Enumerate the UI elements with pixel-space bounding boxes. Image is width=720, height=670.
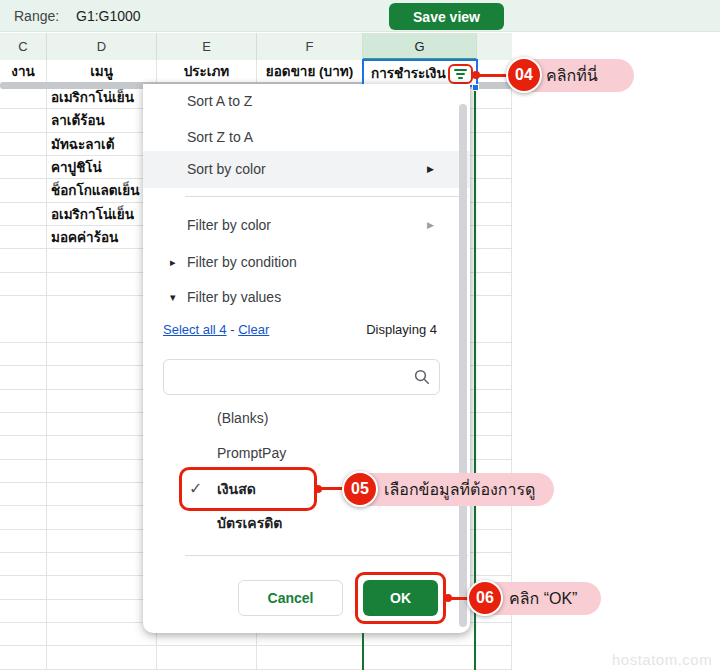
annotation-highlight-box-value xyxy=(179,467,317,511)
cell-d5[interactable]: คาปูชิโน่ xyxy=(51,156,155,179)
menu-item-sort-a-to-z[interactable]: Sort A to Z xyxy=(143,86,470,116)
cell-d6[interactable]: ช็อกโกแลตเย็น xyxy=(51,179,155,202)
menu-item-sort-by-color[interactable]: Sort by color ▶ xyxy=(143,151,470,188)
cell-selection-handle[interactable] xyxy=(472,84,479,91)
menu-divider xyxy=(185,555,468,556)
header-cell-f1[interactable]: ยอดขาย (บาท) xyxy=(257,60,363,83)
column-header-d[interactable]: D xyxy=(47,33,157,60)
filter-value-creditcard[interactable]: บัตรเครดิต xyxy=(143,509,443,537)
header-cell-d1[interactable]: เมนู xyxy=(47,60,157,83)
cell-d3[interactable]: ลาเต้ร้อน xyxy=(51,109,155,132)
column-header-c[interactable]: C xyxy=(0,33,47,60)
filter-icon-bar xyxy=(456,73,465,75)
menu-scrollbar[interactable] xyxy=(459,104,467,627)
annotation-number-06: 06 xyxy=(467,580,503,616)
spreadsheet-filter-screenshot: Range: G1:G1000 Save view C D E F G งาน … xyxy=(0,0,720,670)
displaying-count: Displaying 4 xyxy=(366,322,437,337)
link-separator: - xyxy=(230,322,234,337)
watermark: hostatom.com xyxy=(612,651,712,668)
menu-item-filter-by-color[interactable]: Filter by color ▶ xyxy=(143,210,470,240)
menu-divider xyxy=(185,196,468,197)
range-value: G1:G1000 xyxy=(76,8,141,24)
cell-d4[interactable]: มัทฉะลาเต้ xyxy=(51,133,155,156)
annotation-number-04: 04 xyxy=(506,57,542,93)
column-header-e[interactable]: E xyxy=(157,33,257,60)
collapsed-caret-icon: ▸ xyxy=(170,247,176,277)
menu-item-filter-by-condition[interactable]: ▸ Filter by condition xyxy=(143,247,470,277)
filter-value-blanks[interactable]: (Blanks) xyxy=(143,404,443,432)
column-letters-row: C D E F G xyxy=(0,33,512,60)
column-header-g-selected[interactable]: G xyxy=(363,33,477,60)
cell-d7[interactable]: อเมริกาโน่เย็น xyxy=(51,203,155,226)
filter-icon-bar xyxy=(458,77,463,79)
submenu-arrow-icon: ▶ xyxy=(427,210,434,240)
search-icon xyxy=(413,368,431,389)
menu-item-sort-z-to-a[interactable]: Sort Z to A xyxy=(143,122,470,152)
filter-funnel-icon[interactable] xyxy=(448,64,473,84)
filter-search-box[interactable] xyxy=(163,359,440,395)
filter-dropdown-menu: Sort A to Z Sort Z to A Sort by color ▶ … xyxy=(143,84,470,633)
expanded-caret-icon: ▾ xyxy=(170,282,176,312)
cell-d2[interactable]: อเมริกาโน่เย็น xyxy=(51,86,155,109)
gridline-vertical xyxy=(46,86,47,670)
range-toolbar: Range: G1:G1000 Save view xyxy=(0,0,720,32)
annotation-pill-05: เลือกข้อมูลที่ต้องการดู xyxy=(350,473,554,506)
range-label: Range: xyxy=(14,8,59,24)
save-view-button[interactable]: Save view xyxy=(389,3,504,30)
filter-icon-bar xyxy=(454,69,467,71)
filter-search-input[interactable] xyxy=(172,364,402,390)
submenu-arrow-icon: ▶ xyxy=(427,151,434,188)
annotation-highlight-box-ok xyxy=(355,572,446,624)
cancel-button[interactable]: Cancel xyxy=(238,580,343,616)
select-all-link[interactable]: Select all 4 xyxy=(163,322,227,337)
cell-d8[interactable]: มอคค่าร้อน xyxy=(51,226,155,249)
header-cell-g1-label: การชำระเงิน xyxy=(371,62,446,84)
header-cell-e1[interactable]: ประเภท xyxy=(157,60,257,83)
header-cell-c1[interactable]: งาน xyxy=(0,60,47,83)
column-header-f[interactable]: F xyxy=(257,33,363,60)
header-cell-g1-selected[interactable]: การชำระเงิน xyxy=(362,59,478,87)
annotation-number-05: 05 xyxy=(342,471,378,507)
clear-link[interactable]: Clear xyxy=(238,322,269,337)
menu-item-filter-by-values[interactable]: ▾ Filter by values xyxy=(143,282,470,312)
filter-value-promptpay[interactable]: PromptPay xyxy=(143,439,443,467)
